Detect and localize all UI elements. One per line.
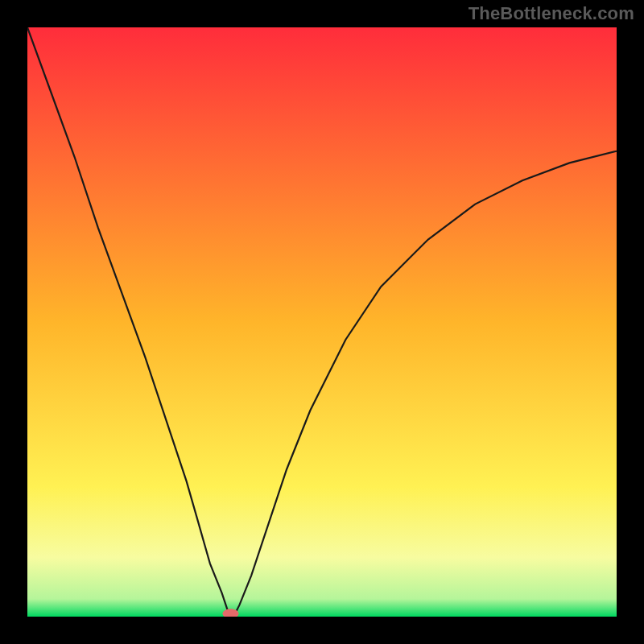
chart-svg (27, 27, 617, 617)
gradient-background (27, 27, 617, 617)
watermark-text: TheBottleneck.com (469, 3, 634, 24)
chart-frame: TheBottleneck.com (0, 0, 644, 644)
plot-area (27, 27, 617, 617)
